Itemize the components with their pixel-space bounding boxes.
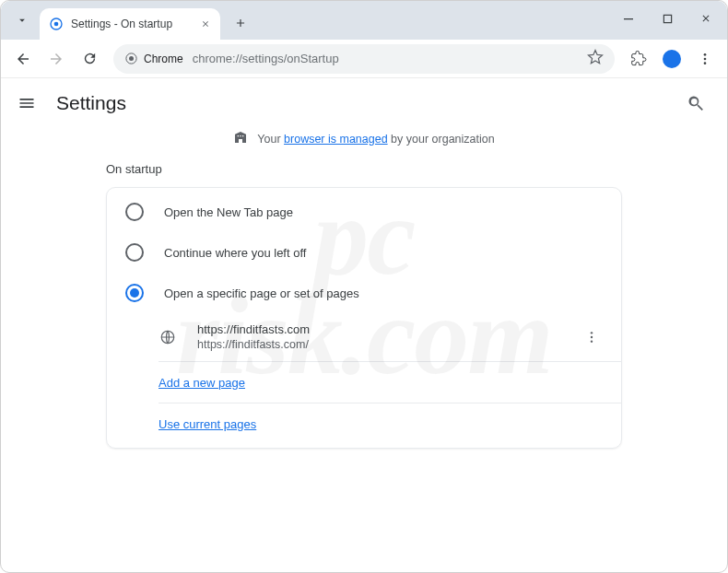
svg-point-10	[591, 332, 593, 333]
svg-point-5	[129, 56, 134, 61]
page-title: Settings	[56, 92, 126, 114]
site-chip-label: Chrome	[144, 53, 183, 65]
radio-selected-icon	[125, 284, 144, 302]
add-page-row[interactable]: Add a new page	[107, 362, 621, 403]
radio-unselected-icon	[125, 243, 144, 262]
globe-icon	[159, 328, 177, 346]
svg-rect-2	[624, 18, 633, 19]
option-continue[interactable]: Continue where you left off	[107, 232, 621, 273]
option-specific-pages[interactable]: Open a specific page or set of pages	[107, 273, 621, 313]
browser-toolbar: Chrome chrome://settings/onStartup	[1, 40, 727, 78]
startup-page-text: https://finditfasts.com https://finditfa…	[197, 322, 310, 353]
svg-point-1	[54, 22, 59, 27]
settings-menu-button[interactable]	[16, 92, 38, 114]
profile-button[interactable]	[657, 44, 687, 74]
option-label: Open the New Tab page	[164, 205, 293, 219]
startup-page-row: https://finditfasts.com https://finditfa…	[107, 313, 621, 361]
option-label: Open a specific page or set of pages	[164, 286, 359, 300]
window-controls	[613, 5, 722, 32]
new-tab-button[interactable]	[228, 10, 253, 36]
settings-search-button[interactable]	[679, 87, 712, 120]
managed-link[interactable]: browser is managed	[284, 133, 388, 146]
radio-unselected-icon	[125, 203, 144, 221]
use-current-row[interactable]: Use current pages	[107, 403, 621, 444]
tab-search-button[interactable]	[8, 6, 36, 34]
startup-page-title: https://finditfasts.com	[197, 322, 310, 338]
site-chip: Chrome	[124, 52, 183, 65]
svg-point-12	[591, 340, 593, 342]
tab-close-button[interactable]	[198, 17, 213, 31]
chrome-menu-button[interactable]	[690, 44, 720, 74]
svg-point-6	[704, 53, 707, 56]
svg-point-11	[591, 336, 593, 338]
close-window-button[interactable]	[690, 5, 722, 32]
settings-content: Your browser is managed by your organiza…	[1, 128, 727, 572]
option-new-tab[interactable]: Open the New Tab page	[107, 192, 621, 232]
settings-header: Settings	[1, 78, 727, 128]
forward-button[interactable]	[41, 44, 71, 74]
svg-rect-3	[663, 15, 671, 22]
svg-point-8	[704, 62, 707, 64]
managed-banner: Your browser is managed by your organiza…	[233, 130, 494, 147]
page-actions-button[interactable]	[581, 326, 603, 348]
add-page-link[interactable]: Add a new page	[159, 376, 245, 390]
active-tab[interactable]: Settings - On startup	[40, 8, 220, 40]
option-label: Continue where you left off	[164, 246, 306, 260]
settings-favicon	[49, 17, 64, 31]
maximize-button[interactable]	[652, 5, 683, 32]
use-current-link[interactable]: Use current pages	[159, 417, 256, 431]
bookmark-star-icon[interactable]	[587, 49, 604, 68]
section-heading: On startup	[106, 162, 622, 176]
address-url: chrome://settings/onStartup	[193, 52, 339, 65]
reload-button[interactable]	[75, 44, 104, 74]
tab-strip: Settings - On startup	[1, 1, 727, 40]
startup-page-url: https://finditfasts.com/	[197, 337, 310, 353]
startup-card: Open the New Tab page Continue where you…	[106, 187, 622, 449]
avatar-icon	[663, 50, 681, 68]
svg-point-7	[704, 57, 707, 60]
back-button[interactable]	[8, 44, 38, 74]
minimize-button[interactable]	[613, 5, 644, 32]
tab-title: Settings - On startup	[71, 18, 191, 30]
managed-text: Your browser is managed by your organiza…	[257, 133, 494, 146]
building-icon	[233, 130, 248, 147]
address-bar[interactable]: Chrome chrome://settings/onStartup	[113, 44, 615, 74]
extensions-button[interactable]	[624, 44, 653, 74]
